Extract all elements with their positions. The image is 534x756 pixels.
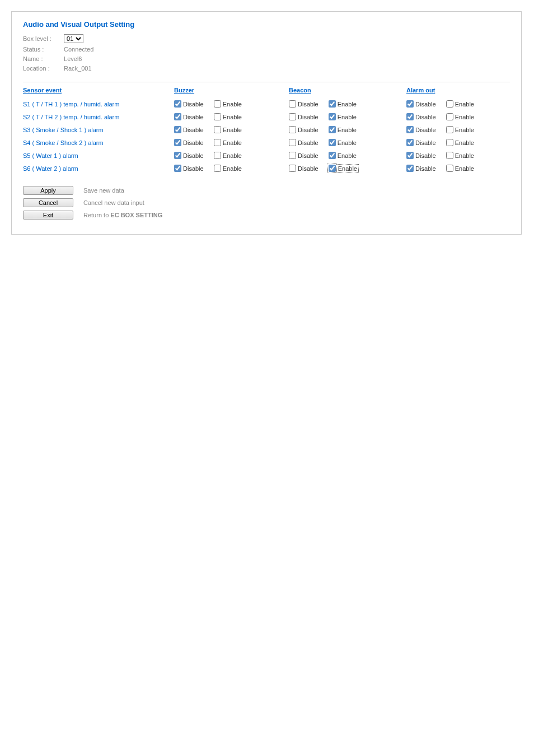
beacon-disable-label: Disable bbox=[298, 114, 318, 120]
alarm-disable-label: Disable bbox=[415, 101, 436, 108]
beacon-disable-wrap: Disable bbox=[289, 139, 318, 146]
settings-grid: Sensor event Buzzer Beacon Alarm out S1 … bbox=[23, 87, 510, 172]
beacon-pair: DisableEnable bbox=[289, 100, 390, 108]
alarm-enable-checkbox[interactable] bbox=[446, 165, 453, 172]
alarm-disable-checkbox[interactable] bbox=[406, 100, 414, 108]
alarm-disable-checkbox[interactable] bbox=[406, 152, 414, 159]
apply-desc: Save new data bbox=[83, 187, 124, 194]
alarm-enable-checkbox[interactable] bbox=[446, 152, 453, 159]
alarm-disable-wrap: Disable bbox=[406, 165, 436, 172]
beacon-enable-wrap: Enable bbox=[329, 113, 357, 120]
beacon-pair: DisableEnable bbox=[289, 126, 390, 133]
beacon-disable-checkbox[interactable] bbox=[289, 100, 296, 108]
buzzer-disable-wrap: Disable bbox=[174, 152, 204, 159]
alarm-disable-wrap: Disable bbox=[406, 113, 436, 120]
alarm-enable-wrap: Enable bbox=[446, 152, 474, 159]
status-label: Status : bbox=[23, 46, 62, 53]
location-value: Rack_001 bbox=[64, 65, 92, 72]
alarm-enable-label: Enable bbox=[455, 165, 474, 172]
buzzer-disable-checkbox[interactable] bbox=[174, 126, 181, 133]
alarm-pair: DisableEnable bbox=[406, 139, 507, 146]
buzzer-disable-checkbox[interactable] bbox=[174, 152, 181, 159]
alarm-enable-wrap: Enable bbox=[446, 165, 474, 172]
buzzer-disable-checkbox[interactable] bbox=[174, 113, 181, 120]
buzzer-enable-checkbox[interactable] bbox=[214, 126, 221, 133]
location-row: Location : Rack_001 bbox=[23, 65, 510, 72]
buzzer-enable-checkbox[interactable] bbox=[214, 152, 221, 159]
alarm-enable-label: Enable bbox=[455, 152, 474, 159]
sensor-event-label: S3 ( Smoke / Shock 1 ) alarm bbox=[23, 127, 174, 133]
buzzer-disable-checkbox[interactable] bbox=[174, 165, 181, 172]
buzzer-enable-wrap: Enable bbox=[214, 139, 242, 146]
buzzer-disable-wrap: Disable bbox=[174, 113, 204, 120]
alarm-disable-checkbox[interactable] bbox=[406, 113, 414, 120]
cancel-desc: Cancel new data input bbox=[83, 199, 144, 206]
buzzer-enable-checkbox[interactable] bbox=[214, 100, 221, 108]
alarm-disable-checkbox[interactable] bbox=[406, 139, 414, 146]
alarm-enable-wrap: Enable bbox=[446, 100, 474, 108]
cancel-button[interactable]: Cancel bbox=[23, 198, 73, 207]
buzzer-disable-wrap: Disable bbox=[174, 139, 204, 146]
beacon-enable-label: Enable bbox=[338, 165, 358, 172]
alarm-enable-label: Enable bbox=[455, 127, 474, 133]
alarm-disable-wrap: Disable bbox=[406, 100, 436, 108]
beacon-disable-checkbox[interactable] bbox=[289, 165, 296, 172]
alarm-enable-checkbox[interactable] bbox=[446, 100, 453, 108]
buzzer-enable-wrap: Enable bbox=[214, 126, 242, 133]
beacon-enable-checkbox[interactable] bbox=[329, 113, 336, 120]
box-level-select[interactable]: 01 bbox=[64, 34, 83, 43]
beacon-disable-wrap: Disable bbox=[289, 126, 318, 133]
alarm-enable-label: Enable bbox=[455, 101, 474, 108]
apply-row: Apply Save new data bbox=[23, 186, 510, 195]
sensor-event-label: S5 ( Water 1 ) alarm bbox=[23, 152, 174, 159]
alarm-disable-checkbox[interactable] bbox=[406, 165, 414, 172]
beacon-pair: DisableEnable bbox=[289, 165, 390, 172]
name-row: Name : Level6 bbox=[23, 55, 510, 62]
buzzer-disable-label: Disable bbox=[183, 101, 204, 108]
alarm-disable-label: Disable bbox=[415, 152, 436, 159]
sensor-event-label: S4 ( Smoke / Shock 2 ) alarm bbox=[23, 139, 174, 146]
apply-button[interactable]: Apply bbox=[23, 186, 73, 195]
header-alarm-out: Alarm out bbox=[406, 87, 507, 95]
beacon-enable-checkbox[interactable] bbox=[329, 100, 336, 108]
exit-button[interactable]: Exit bbox=[23, 211, 73, 220]
beacon-enable-label: Enable bbox=[338, 114, 357, 120]
alarm-pair: DisableEnable bbox=[406, 126, 507, 133]
buzzer-enable-wrap: Enable bbox=[214, 152, 242, 159]
header-buzzer: Buzzer bbox=[174, 87, 272, 95]
buzzer-enable-checkbox[interactable] bbox=[214, 113, 221, 120]
beacon-disable-checkbox[interactable] bbox=[289, 152, 296, 159]
alarm-disable-wrap: Disable bbox=[406, 152, 436, 159]
beacon-disable-checkbox[interactable] bbox=[289, 139, 296, 146]
buzzer-disable-checkbox[interactable] bbox=[174, 100, 181, 108]
alarm-enable-checkbox[interactable] bbox=[446, 139, 453, 146]
beacon-pair: DisableEnable bbox=[289, 152, 390, 159]
buzzer-enable-label: Enable bbox=[223, 139, 242, 146]
settings-panel: Audio and Visual Output Setting Box leve… bbox=[11, 11, 522, 235]
buzzer-enable-checkbox[interactable] bbox=[214, 139, 221, 146]
beacon-enable-checkbox[interactable] bbox=[329, 152, 336, 159]
exit-desc: Return to EC BOX SETTING bbox=[83, 212, 162, 218]
buzzer-enable-label: Enable bbox=[223, 127, 242, 133]
page-title: Audio and Visual Output Setting bbox=[23, 20, 510, 29]
beacon-disable-checkbox[interactable] bbox=[289, 126, 296, 133]
name-value: Level6 bbox=[64, 55, 82, 62]
buzzer-disable-checkbox[interactable] bbox=[174, 139, 181, 146]
alarm-pair: DisableEnable bbox=[406, 152, 507, 159]
beacon-disable-checkbox[interactable] bbox=[289, 113, 296, 120]
beacon-enable-checkbox[interactable] bbox=[329, 139, 336, 146]
beacon-enable-checkbox[interactable] bbox=[329, 165, 336, 172]
alarm-enable-wrap: Enable bbox=[446, 139, 474, 146]
buzzer-pair: DisableEnable bbox=[174, 100, 272, 108]
box-level-label: Box level : bbox=[23, 35, 62, 42]
buzzer-enable-checkbox[interactable] bbox=[214, 165, 221, 172]
header-sensor: Sensor event bbox=[23, 87, 174, 95]
alarm-enable-checkbox[interactable] bbox=[446, 126, 453, 133]
alarm-disable-checkbox[interactable] bbox=[406, 126, 414, 133]
beacon-enable-label: Enable bbox=[338, 152, 357, 159]
buzzer-disable-label: Disable bbox=[183, 127, 204, 133]
alarm-enable-checkbox[interactable] bbox=[446, 113, 453, 120]
buzzer-enable-label: Enable bbox=[223, 114, 242, 120]
beacon-enable-checkbox[interactable] bbox=[329, 126, 336, 133]
beacon-enable-wrap: Enable bbox=[329, 100, 357, 108]
